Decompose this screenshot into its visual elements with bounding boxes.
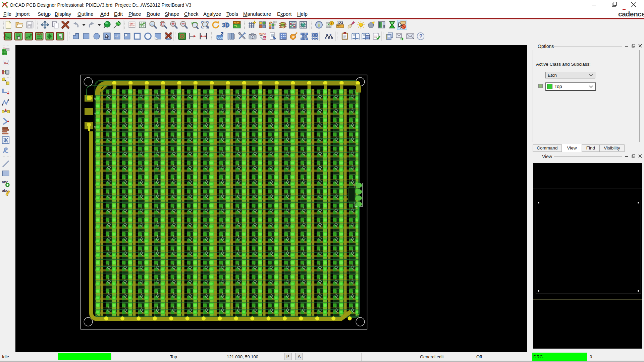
svg-text:TP: TP	[291, 35, 296, 39]
svg-text:U1: U1	[4, 61, 8, 64]
svg-text:D: D	[94, 126, 96, 129]
svg-text:n: n	[94, 112, 96, 115]
svg-text:i: i	[331, 21, 332, 25]
svg-text:3D: 3D	[222, 22, 229, 28]
svg-text:abc: abc	[2, 188, 8, 192]
svg-text:U2: U2	[263, 38, 266, 41]
svg-text:R1R2: R1R2	[259, 32, 266, 35]
svg-text:?: ?	[419, 33, 423, 39]
svg-text:V: V	[94, 97, 96, 101]
svg-text:123: 123	[337, 21, 343, 25]
svg-text:ODB: ODB	[217, 36, 223, 39]
svg-text:CM: CM	[291, 21, 296, 24]
svg-text:FLIP: FLIP	[233, 21, 239, 24]
